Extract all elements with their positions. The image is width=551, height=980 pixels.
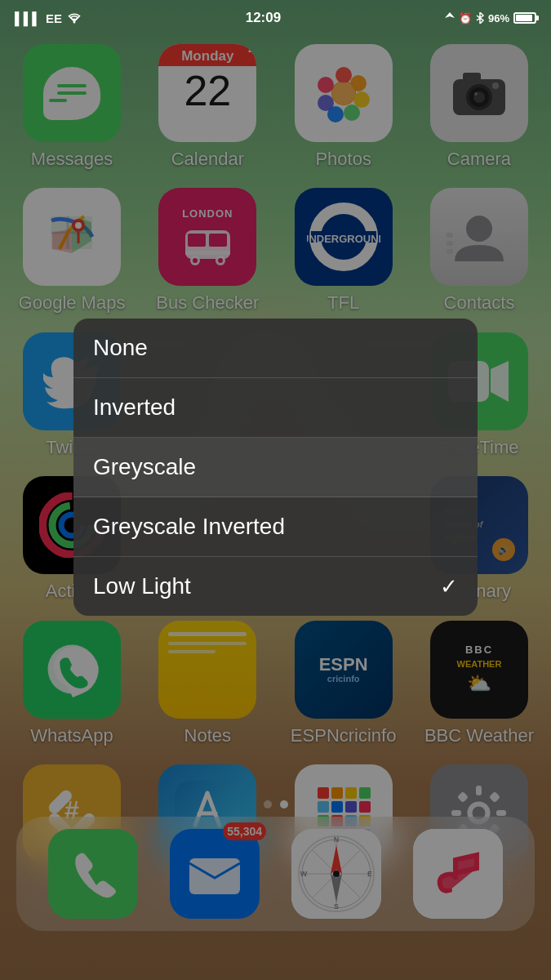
wifi-icon — [67, 12, 82, 24]
status-time: 12:09 — [246, 10, 281, 26]
battery-fill — [516, 15, 532, 21]
menu-item-none[interactable]: None — [73, 318, 478, 378]
signal-bars: ▌▌▌ — [15, 11, 41, 25]
alarm-icon: ⏰ — [459, 12, 472, 24]
battery-icon — [513, 12, 536, 24]
menu-item-greyscale[interactable]: Greyscale — [73, 438, 478, 497]
menu-item-none-label: None — [93, 335, 148, 361]
carrier-label: EE — [46, 11, 62, 25]
location-icon — [445, 12, 455, 24]
context-menu: None Inverted Greyscale Greyscale Invert… — [73, 318, 478, 616]
menu-item-low-light-label: Low Light — [93, 573, 191, 599]
menu-item-inverted[interactable]: Inverted — [73, 378, 478, 438]
status-bar: ▌▌▌ EE 12:09 ⏰ 96% — [0, 0, 551, 36]
status-right: ⏰ 96% — [445, 12, 536, 24]
menu-item-low-light[interactable]: Low Light ✓ — [73, 557, 478, 616]
menu-item-inverted-label: Inverted — [93, 394, 176, 421]
checkmark-icon: ✓ — [440, 574, 458, 599]
menu-item-greyscale-label: Greyscale — [93, 454, 196, 480]
battery-percentage: 96% — [488, 12, 509, 24]
bluetooth-icon — [476, 12, 484, 24]
menu-item-greyscale-inverted-label: Greyscale Inverted — [93, 514, 285, 540]
status-left: ▌▌▌ EE — [15, 11, 82, 25]
svg-point-0 — [73, 21, 75, 24]
menu-item-greyscale-inverted[interactable]: Greyscale Inverted — [73, 497, 478, 557]
